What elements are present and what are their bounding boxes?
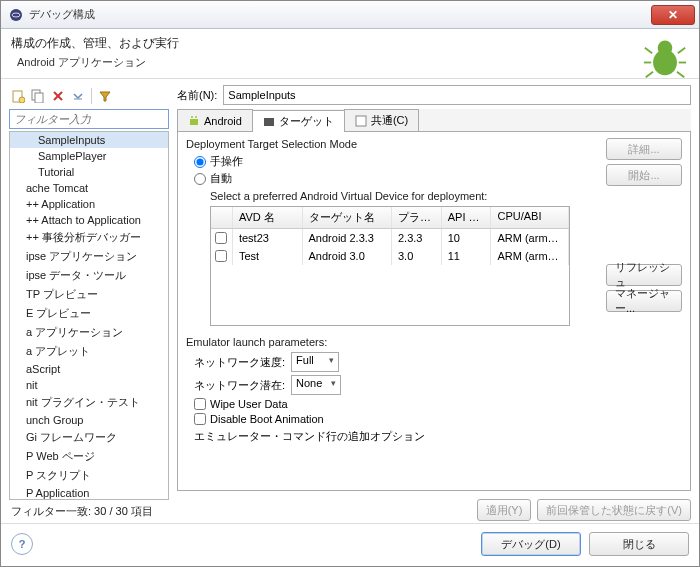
collapse-icon[interactable] — [69, 87, 87, 105]
net-latency-select[interactable]: None — [291, 375, 341, 395]
tree-item[interactable]: a アプレット — [10, 342, 168, 361]
name-label: 名前(N): — [177, 88, 217, 103]
tab-target[interactable]: ターゲット — [252, 110, 345, 132]
radio-manual[interactable]: 手操作 — [194, 154, 598, 169]
window-title: デバッグ構成 — [29, 7, 651, 22]
tree-item[interactable]: ipse アプリケーション — [10, 247, 168, 266]
tree-item[interactable]: P Web ページ — [10, 447, 168, 466]
tree-item[interactable]: E プレビュー — [10, 304, 168, 323]
wipe-data-checkbox[interactable]: Wipe User Data — [194, 398, 598, 410]
close-button[interactable]: 閉じる — [589, 532, 689, 556]
debug-button[interactable]: デバッグ(D) — [481, 532, 581, 556]
net-speed-select[interactable]: Full — [291, 352, 339, 372]
apply-button[interactable]: 適用(Y) — [477, 499, 532, 521]
tree-item[interactable]: Gi フレームワーク — [10, 428, 168, 447]
name-input[interactable] — [223, 85, 691, 105]
tree-item[interactable]: unch Group — [10, 412, 168, 428]
filter-input[interactable] — [9, 109, 169, 129]
help-icon[interactable]: ? — [11, 533, 33, 555]
svg-rect-13 — [35, 93, 43, 103]
common-icon — [355, 115, 367, 127]
cmdline-label: エミュレーター・コマンド行の追加オプション — [194, 429, 598, 444]
filter-icon[interactable] — [96, 87, 114, 105]
tree-item[interactable]: aScript — [10, 361, 168, 377]
tab-bar: Android ターゲット 共通(C) — [177, 109, 691, 132]
debug-bug-icon — [643, 35, 687, 79]
titlebar: デバッグ構成 ✕ — [1, 1, 699, 29]
tree-item[interactable]: ++ Application — [10, 196, 168, 212]
net-speed-label: ネットワーク速度: — [194, 355, 285, 370]
config-toolbar — [9, 85, 169, 109]
svg-rect-17 — [190, 119, 198, 125]
tree-item[interactable]: ache Tomcat — [10, 180, 168, 196]
svg-line-5 — [678, 48, 685, 54]
svg-rect-20 — [264, 118, 274, 126]
tree-item[interactable]: P Application — [10, 485, 168, 500]
start-button[interactable]: 開始... — [606, 164, 682, 186]
tab-android[interactable]: Android — [177, 109, 253, 131]
header-title: 構成の作成、管理、および実行 — [11, 35, 689, 52]
target-icon — [263, 116, 275, 128]
svg-point-18 — [191, 116, 193, 118]
svg-line-9 — [677, 72, 684, 78]
svg-rect-21 — [356, 116, 366, 126]
disable-boot-checkbox[interactable]: Disable Boot Animation — [194, 413, 598, 425]
tree-item[interactable]: ++ Attach to Application — [10, 212, 168, 228]
android-icon — [188, 115, 200, 127]
revert-button[interactable]: 前回保管した状態に戻す(V) — [537, 499, 691, 521]
emu-params-label: Emulator launch parameters: — [186, 336, 598, 348]
svg-line-4 — [645, 48, 652, 54]
dialog-header: 構成の作成、管理、および実行 Android アプリケーション — [1, 29, 699, 79]
window-close-button[interactable]: ✕ — [651, 5, 695, 25]
config-tree[interactable]: SampleInputs SamplePlayer Tutorial ache … — [9, 131, 169, 500]
table-row[interactable]: test23 Android 2.3.3 2.3.3 10 ARM (armea… — [211, 229, 569, 247]
radio-auto[interactable]: 自動 — [194, 171, 598, 186]
tree-item[interactable]: ipse データ・ツール — [10, 266, 168, 285]
tree-item[interactable]: nit プラグイン・テスト — [10, 393, 168, 412]
tree-item[interactable]: nit — [10, 377, 168, 393]
svg-line-8 — [646, 72, 653, 78]
avd-table-header: AVD 名 ターゲット名 プラット... API レベル CPU/ABI — [211, 207, 569, 229]
tree-item[interactable]: SamplePlayer — [10, 148, 168, 164]
left-panel: SampleInputs SamplePlayer Tutorial ache … — [9, 85, 169, 523]
dialog-footer: ? デバッグ(D) 閉じる — [1, 523, 699, 566]
svg-point-19 — [195, 116, 197, 118]
tree-item[interactable]: SampleInputs — [10, 132, 168, 148]
filter-status: フィルター一致: 30 / 30 項目 — [9, 500, 169, 523]
tree-item[interactable]: a アプリケーション — [10, 323, 168, 342]
tree-item[interactable]: TP プレビュー — [10, 285, 168, 304]
svg-point-3 — [658, 41, 673, 56]
avd-table[interactable]: AVD 名 ターゲット名 プラット... API レベル CPU/ABI tes… — [210, 206, 570, 326]
svg-point-11 — [19, 97, 25, 103]
tab-common[interactable]: 共通(C) — [344, 109, 419, 131]
header-subtitle: Android アプリケーション — [11, 55, 689, 70]
refresh-button[interactable]: リフレッシュ — [606, 264, 682, 286]
manager-button[interactable]: マネージャー... — [606, 290, 682, 312]
details-button[interactable]: 詳細... — [606, 138, 682, 160]
avd-checkbox[interactable] — [215, 232, 227, 244]
deploy-mode-label: Deployment Target Selection Mode — [186, 138, 598, 150]
eclipse-icon — [9, 8, 23, 22]
avd-select-label: Select a preferred Android Virtual Devic… — [210, 190, 598, 202]
tree-item[interactable]: P スクリプト — [10, 466, 168, 485]
tree-item[interactable]: Tutorial — [10, 164, 168, 180]
new-config-icon[interactable] — [9, 87, 27, 105]
avd-checkbox[interactable] — [215, 250, 227, 262]
net-latency-label: ネットワーク潜在: — [194, 378, 285, 393]
delete-config-icon[interactable] — [49, 87, 67, 105]
tree-item[interactable]: ++ 事後分析デバッガー — [10, 228, 168, 247]
duplicate-config-icon[interactable] — [29, 87, 47, 105]
table-row[interactable]: Test Android 3.0 3.0 11 ARM (armea... — [211, 247, 569, 265]
right-panel: 名前(N): Android ターゲット 共通(C) Deployment Ta… — [177, 85, 691, 523]
